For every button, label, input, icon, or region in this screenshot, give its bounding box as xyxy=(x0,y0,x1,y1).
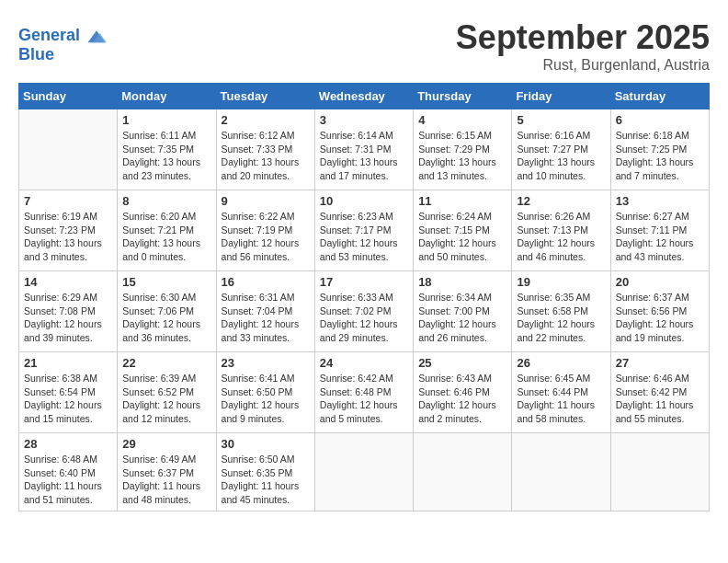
calendar-week-row: 7Sunrise: 6:19 AMSunset: 7:23 PMDaylight… xyxy=(19,190,710,271)
day-number: 7 xyxy=(24,194,112,208)
day-info: Sunrise: 6:48 AMSunset: 6:40 PMDaylight:… xyxy=(24,453,112,507)
day-number: 1 xyxy=(122,113,210,127)
day-number: 4 xyxy=(418,113,506,127)
calendar-cell: 14Sunrise: 6:29 AMSunset: 7:08 PMDayligh… xyxy=(19,271,118,352)
day-info: Sunrise: 6:45 AMSunset: 6:44 PMDaylight:… xyxy=(517,372,605,426)
day-info: Sunrise: 6:39 AMSunset: 6:52 PMDaylight:… xyxy=(122,372,210,426)
calendar-cell: 25Sunrise: 6:43 AMSunset: 6:46 PMDayligh… xyxy=(414,352,512,433)
calendar-cell: 28Sunrise: 6:48 AMSunset: 6:40 PMDayligh… xyxy=(19,433,118,511)
calendar-week-row: 28Sunrise: 6:48 AMSunset: 6:40 PMDayligh… xyxy=(19,433,710,511)
calendar-cell: 27Sunrise: 6:46 AMSunset: 6:42 PMDayligh… xyxy=(610,352,709,433)
day-info: Sunrise: 6:24 AMSunset: 7:15 PMDaylight:… xyxy=(418,210,506,264)
day-info: Sunrise: 6:33 AMSunset: 7:02 PMDaylight:… xyxy=(320,291,408,345)
logo-blue-text: Blue xyxy=(18,46,107,64)
calendar-cell xyxy=(314,433,413,511)
day-info: Sunrise: 6:26 AMSunset: 7:13 PMDaylight:… xyxy=(517,210,605,264)
weekday-header-friday: Friday xyxy=(512,84,610,109)
calendar-cell: 18Sunrise: 6:34 AMSunset: 7:00 PMDayligh… xyxy=(414,271,512,352)
weekday-header-monday: Monday xyxy=(118,84,216,109)
day-number: 21 xyxy=(24,356,112,370)
day-info: Sunrise: 6:41 AMSunset: 6:50 PMDaylight:… xyxy=(222,372,310,426)
calendar-cell xyxy=(19,109,118,190)
day-info: Sunrise: 6:18 AMSunset: 7:25 PMDaylight:… xyxy=(616,129,704,183)
calendar-cell: 3Sunrise: 6:14 AMSunset: 7:31 PMDaylight… xyxy=(314,109,413,190)
day-info: Sunrise: 6:15 AMSunset: 7:29 PMDaylight:… xyxy=(418,129,506,183)
day-info: Sunrise: 6:23 AMSunset: 7:17 PMDaylight:… xyxy=(320,210,408,264)
logo-text: General xyxy=(18,26,107,46)
day-number: 11 xyxy=(418,194,506,208)
day-number: 15 xyxy=(122,275,210,289)
calendar-cell: 9Sunrise: 6:22 AMSunset: 7:19 PMDaylight… xyxy=(216,190,314,271)
weekday-header-tuesday: Tuesday xyxy=(216,84,314,109)
day-info: Sunrise: 6:50 AMSunset: 6:35 PMDaylight:… xyxy=(222,453,310,507)
day-info: Sunrise: 6:30 AMSunset: 7:06 PMDaylight:… xyxy=(122,291,210,345)
day-info: Sunrise: 6:22 AMSunset: 7:19 PMDaylight:… xyxy=(222,210,310,264)
day-info: Sunrise: 6:14 AMSunset: 7:31 PMDaylight:… xyxy=(320,129,408,183)
day-number: 13 xyxy=(616,194,704,208)
location-title: Rust, Burgenland, Austria xyxy=(456,57,710,74)
calendar-cell: 24Sunrise: 6:42 AMSunset: 6:48 PMDayligh… xyxy=(314,352,413,433)
calendar-table: SundayMondayTuesdayWednesdayThursdayFrid… xyxy=(18,83,710,511)
calendar-cell: 20Sunrise: 6:37 AMSunset: 6:56 PMDayligh… xyxy=(610,271,709,352)
day-info: Sunrise: 6:27 AMSunset: 7:11 PMDaylight:… xyxy=(616,210,704,264)
day-info: Sunrise: 6:37 AMSunset: 6:56 PMDaylight:… xyxy=(616,291,704,345)
weekday-header-wednesday: Wednesday xyxy=(314,84,413,109)
calendar-cell: 7Sunrise: 6:19 AMSunset: 7:23 PMDaylight… xyxy=(19,190,118,271)
day-info: Sunrise: 6:19 AMSunset: 7:23 PMDaylight:… xyxy=(24,210,112,264)
calendar-cell: 11Sunrise: 6:24 AMSunset: 7:15 PMDayligh… xyxy=(414,190,512,271)
calendar-week-row: 14Sunrise: 6:29 AMSunset: 7:08 PMDayligh… xyxy=(19,271,710,352)
calendar-cell: 23Sunrise: 6:41 AMSunset: 6:50 PMDayligh… xyxy=(216,352,314,433)
calendar-cell: 8Sunrise: 6:20 AMSunset: 7:21 PMDaylight… xyxy=(118,190,216,271)
calendar-cell: 26Sunrise: 6:45 AMSunset: 6:44 PMDayligh… xyxy=(512,352,610,433)
calendar-cell: 17Sunrise: 6:33 AMSunset: 7:02 PMDayligh… xyxy=(314,271,413,352)
day-number: 20 xyxy=(616,275,704,289)
calendar-cell: 6Sunrise: 6:18 AMSunset: 7:25 PMDaylight… xyxy=(610,109,709,190)
day-number: 25 xyxy=(418,356,506,370)
day-info: Sunrise: 6:38 AMSunset: 6:54 PMDaylight:… xyxy=(24,372,112,426)
day-info: Sunrise: 6:42 AMSunset: 6:48 PMDaylight:… xyxy=(320,372,408,426)
calendar-cell xyxy=(512,433,610,511)
calendar-cell xyxy=(610,433,709,511)
day-number: 18 xyxy=(418,275,506,289)
day-number: 5 xyxy=(517,113,605,127)
day-info: Sunrise: 6:35 AMSunset: 6:58 PMDaylight:… xyxy=(517,291,605,345)
logo-icon xyxy=(86,26,107,46)
calendar-cell: 5Sunrise: 6:16 AMSunset: 7:27 PMDaylight… xyxy=(512,109,610,190)
day-number: 9 xyxy=(222,194,310,208)
day-number: 14 xyxy=(24,275,112,289)
calendar-week-row: 21Sunrise: 6:38 AMSunset: 6:54 PMDayligh… xyxy=(19,352,710,433)
day-info: Sunrise: 6:31 AMSunset: 7:04 PMDaylight:… xyxy=(222,291,310,345)
calendar-cell: 22Sunrise: 6:39 AMSunset: 6:52 PMDayligh… xyxy=(118,352,216,433)
calendar-cell: 10Sunrise: 6:23 AMSunset: 7:17 PMDayligh… xyxy=(314,190,413,271)
day-info: Sunrise: 6:12 AMSunset: 7:33 PMDaylight:… xyxy=(222,129,310,183)
day-number: 12 xyxy=(517,194,605,208)
day-info: Sunrise: 6:29 AMSunset: 7:08 PMDaylight:… xyxy=(24,291,112,345)
logo: General Blue xyxy=(18,26,107,64)
day-info: Sunrise: 6:11 AMSunset: 7:35 PMDaylight:… xyxy=(122,129,210,183)
day-number: 28 xyxy=(24,437,112,451)
calendar-header-row: SundayMondayTuesdayWednesdayThursdayFrid… xyxy=(19,84,710,109)
calendar-cell: 2Sunrise: 6:12 AMSunset: 7:33 PMDaylight… xyxy=(216,109,314,190)
day-info: Sunrise: 6:34 AMSunset: 7:00 PMDaylight:… xyxy=(418,291,506,345)
weekday-header-saturday: Saturday xyxy=(610,84,709,109)
day-info: Sunrise: 6:49 AMSunset: 6:37 PMDaylight:… xyxy=(122,453,210,507)
calendar-week-row: 1Sunrise: 6:11 AMSunset: 7:35 PMDaylight… xyxy=(19,109,710,190)
day-info: Sunrise: 6:16 AMSunset: 7:27 PMDaylight:… xyxy=(517,129,605,183)
calendar-cell: 19Sunrise: 6:35 AMSunset: 6:58 PMDayligh… xyxy=(512,271,610,352)
day-number: 16 xyxy=(222,275,310,289)
calendar-cell: 4Sunrise: 6:15 AMSunset: 7:29 PMDaylight… xyxy=(414,109,512,190)
day-info: Sunrise: 6:20 AMSunset: 7:21 PMDaylight:… xyxy=(122,210,210,264)
title-block: September 2025 Rust, Burgenland, Austria xyxy=(456,18,710,74)
weekday-header-sunday: Sunday xyxy=(19,84,118,109)
calendar-cell xyxy=(414,433,512,511)
day-number: 10 xyxy=(320,194,408,208)
calendar-cell: 16Sunrise: 6:31 AMSunset: 7:04 PMDayligh… xyxy=(216,271,314,352)
day-number: 26 xyxy=(517,356,605,370)
day-number: 3 xyxy=(320,113,408,127)
calendar-cell: 12Sunrise: 6:26 AMSunset: 7:13 PMDayligh… xyxy=(512,190,610,271)
day-info: Sunrise: 6:46 AMSunset: 6:42 PMDaylight:… xyxy=(616,372,704,426)
day-number: 27 xyxy=(616,356,704,370)
calendar-cell: 21Sunrise: 6:38 AMSunset: 6:54 PMDayligh… xyxy=(19,352,118,433)
day-number: 22 xyxy=(122,356,210,370)
page-header: General Blue September 2025 Rust, Burgen… xyxy=(18,18,710,74)
